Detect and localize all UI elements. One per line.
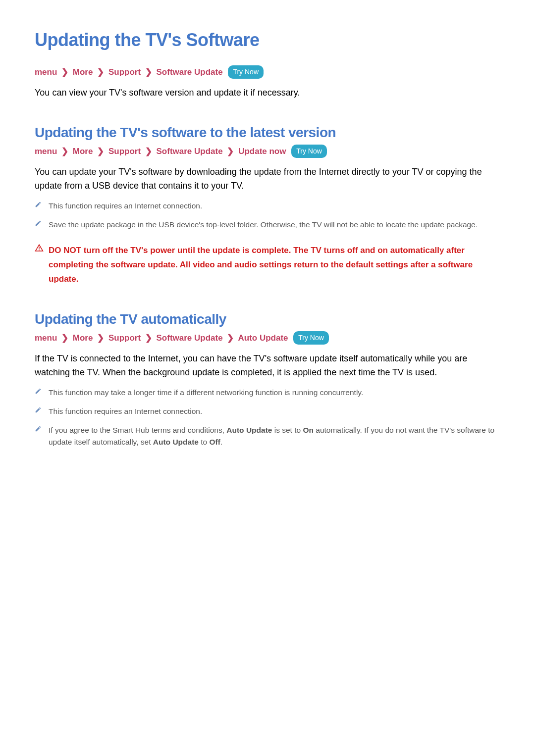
breadcrumb-item: menu (35, 67, 57, 77)
section-heading: Updating the TV automatically (35, 311, 500, 327)
body-text: You can update your TV's software by dow… (35, 165, 500, 193)
note-text: This function may take a longer time if … (49, 388, 363, 397)
manual-page: Updating the TV's Software menu ❯ More ❯… (0, 0, 535, 485)
bold-text: Auto Update (153, 438, 199, 446)
breadcrumb: menu ❯ More ❯ Support ❯ Software Update … (35, 65, 500, 79)
chevron-right-icon: ❯ (61, 331, 68, 345)
warning-icon (35, 244, 44, 254)
breadcrumb-item: Auto Update (238, 333, 288, 343)
section-heading: Updating the TV's software to the latest… (35, 125, 500, 141)
try-now-badge[interactable]: Try Now (293, 331, 329, 345)
note-text: Save the update package in the USB devic… (49, 220, 478, 229)
breadcrumb-item: Update now (238, 147, 286, 156)
warning-block: DO NOT turn off the TV's power until the… (35, 244, 500, 287)
note-item: This function requires an Internet conne… (35, 200, 500, 212)
page-title: Updating the TV's Software (35, 30, 500, 50)
breadcrumb-item: More (73, 147, 93, 156)
note-item: Save the update package in the USB devic… (35, 219, 500, 231)
chevron-right-icon: ❯ (97, 331, 104, 345)
breadcrumb-item: Support (108, 147, 141, 156)
chevron-right-icon: ❯ (61, 65, 68, 79)
text-run: to (199, 438, 210, 446)
breadcrumb-item: Software Update (157, 147, 223, 156)
note-list: This function may take a longer time if … (35, 387, 500, 448)
breadcrumb: menu ❯ More ❯ Support ❯ Software Update … (35, 145, 500, 158)
chevron-right-icon: ❯ (227, 331, 234, 345)
chevron-right-icon: ❯ (145, 65, 152, 79)
breadcrumb: menu ❯ More ❯ Support ❯ Software Update … (35, 331, 500, 345)
breadcrumb-item: More (73, 67, 93, 77)
note-item: If you agree to the Smart Hub terms and … (35, 424, 500, 448)
chevron-right-icon: ❯ (145, 145, 152, 158)
bold-text: On (303, 426, 314, 434)
body-text: If the TV is connected to the Internet, … (35, 352, 500, 380)
breadcrumb-item: menu (35, 147, 57, 156)
try-now-badge[interactable]: Try Now (291, 145, 327, 158)
note-text: This function requires an Internet conne… (49, 202, 202, 210)
breadcrumb-item: menu (35, 333, 57, 343)
try-now-badge[interactable]: Try Now (228, 65, 264, 79)
note-item: This function requires an Internet conne… (35, 405, 500, 417)
svg-point-1 (39, 250, 40, 251)
text-run: is set to (272, 426, 303, 434)
pencil-icon (35, 201, 42, 208)
breadcrumb-item: Support (108, 333, 141, 343)
chevron-right-icon: ❯ (97, 65, 104, 79)
pencil-icon (35, 388, 42, 395)
breadcrumb-item: Software Update (157, 333, 223, 343)
chevron-right-icon: ❯ (61, 145, 68, 158)
text-run: . (220, 438, 222, 446)
pencil-icon (35, 220, 42, 227)
bold-text: Auto Update (226, 426, 272, 434)
breadcrumb-item: Support (108, 67, 141, 77)
bold-text: Off (209, 438, 220, 446)
body-text: You can view your TV's software version … (35, 86, 500, 100)
text-run: If you agree to the Smart Hub terms and … (49, 426, 226, 434)
note-text: If you agree to the Smart Hub terms and … (49, 426, 494, 446)
breadcrumb-item: More (73, 333, 93, 343)
pencil-icon (35, 406, 42, 413)
chevron-right-icon: ❯ (97, 145, 104, 158)
warning-text: DO NOT turn off the TV's power until the… (49, 244, 500, 287)
pencil-icon (35, 425, 42, 432)
note-text: This function requires an Internet conne… (49, 407, 202, 415)
note-list: This function requires an Internet conne… (35, 200, 500, 231)
chevron-right-icon: ❯ (227, 145, 234, 158)
note-item: This function may take a longer time if … (35, 387, 500, 399)
chevron-right-icon: ❯ (145, 331, 152, 345)
breadcrumb-item: Software Update (157, 67, 223, 77)
